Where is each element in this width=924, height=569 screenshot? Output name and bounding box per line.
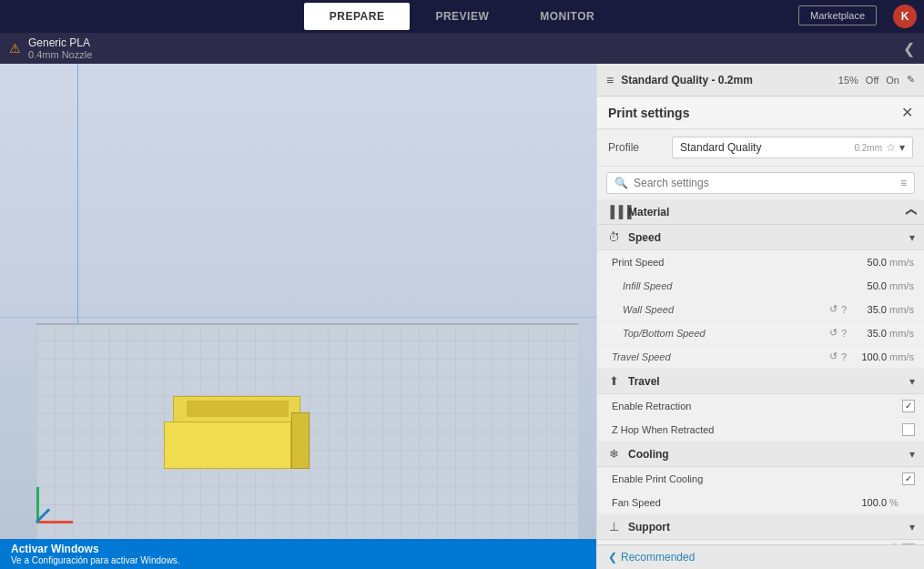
setting-enable-cooling: Enable Print Cooling [597,467,924,491]
setting-wall-speed: Wall Speed ↺ ? 35.0 mm/s [597,298,924,321]
activate-windows-title: Activar Windows [11,543,585,555]
section-cooling[interactable]: ❄ Cooling ▾ [597,442,924,467]
profile-select-value: Standard Quality [680,141,850,154]
section-material[interactable]: ▐▐▐ Material ❯ [597,199,924,225]
top-bar-tabs: PREPARE PREVIEW MONITOR [304,3,620,30]
setting-travel-speed: Travel Speed ↺ ? 100.0 mm/s [597,345,924,369]
print-speed-value[interactable]: 50.0 [850,257,887,268]
travel-chevron: ▾ [909,375,915,388]
header-strip: ⚠ Generic PLA 0.4mm Nozzle ❮ [0,33,924,64]
infill-speed-value[interactable]: 50.0 [850,280,887,291]
material-chevron: ❯ [904,208,917,217]
setting-print-speed: Print Speed 50.0 mm/s [597,250,924,274]
support-title: Support [628,521,670,533]
fan-speed-label: Fan Speed [612,497,850,508]
quality-icon: ≡ [606,73,614,87]
tab-monitor[interactable]: MONITOR [514,3,620,30]
topbottom-speed-help[interactable]: ? [841,328,847,339]
section-cooling-left: ❄ Cooling [606,447,669,461]
profile-star-icon[interactable]: ☆ [886,141,896,154]
infill-value: 15% [838,75,858,86]
settings-menu-icon[interactable]: ≡ [900,177,907,189]
zhop-checkbox[interactable] [902,423,915,436]
nozzle-size: 0.4mm Nozzle [28,49,92,60]
section-support[interactable]: ⊥ Support ▾ [597,514,924,540]
topbottom-speed-value[interactable]: 35.0 [850,328,887,339]
enable-retraction-checkbox[interactable] [902,400,915,412]
axes-indicator [36,478,82,523]
section-speed[interactable]: ⏱ Speed ▾ [597,225,924,250]
support-icon: ⊥ [606,520,621,533]
search-icon: 🔍 [614,177,628,189]
axis-x [36,521,73,523]
fan-speed-value[interactable]: 100.0 [850,497,887,508]
section-support-left: ⊥ Support [606,520,670,533]
recommended-button[interactable]: ❮ Recommended [608,551,695,564]
wall-speed-help[interactable]: ? [841,304,847,315]
tab-prepare[interactable]: PREPARE [304,3,411,30]
viewport: Activar Windows Ve a Configuración para … [0,64,596,569]
setting-infill-speed: Infill Speed 50.0 mm/s [597,274,924,298]
cooling-icon: ❄ [606,447,621,461]
search-bar: 🔍 ≡ [606,172,915,194]
profile-chevron-icon[interactable]: ▾ [899,141,905,154]
setting-zhop: Z Hop When Retracted [597,418,924,442]
recommended-label: Recommended [621,551,695,564]
profile-select-sub: 0.2mm [854,143,882,153]
profile-label: Profile [608,141,663,154]
cooling-title: Cooling [628,448,669,461]
activate-windows-overlay: Activar Windows Ve a Configuración para … [0,539,596,569]
marketplace-button[interactable]: Marketplace [798,5,877,25]
travel-speed-unit: mm/s [889,351,915,362]
topbottom-speed-unit: mm/s [889,328,915,339]
speed-icon: ⏱ [606,230,621,244]
tab-preview[interactable]: PREVIEW [410,3,514,30]
enable-cooling-checkbox[interactable] [902,472,915,485]
section-travel-left: ⬆ Travel [606,374,660,388]
infill-speed-label: Infill Speed [623,280,850,291]
object-side-face [291,412,310,469]
travel-speed-label: Travel Speed [612,351,829,362]
close-button[interactable]: ✕ [901,104,913,121]
enable-cooling-label: Enable Print Cooling [612,473,902,484]
support-chevron: ▾ [909,521,915,533]
search-input[interactable] [634,177,895,189]
3d-object [164,396,310,469]
main-layout: Activar Windows Ve a Configuración para … [0,64,924,569]
wall-speed-label: Wall Speed [623,304,829,315]
adhesion-value: On [886,75,899,86]
edit-icon[interactable]: ✎ [907,74,915,86]
travel-speed-value[interactable]: 100.0 [850,351,887,362]
section-travel[interactable]: ⬆ Travel ▾ [597,369,924,394]
travel-title: Travel [628,375,660,388]
topbottom-speed-reset[interactable]: ↺ [829,327,838,339]
object-top-face [173,396,300,423]
print-settings-title: Print settings [608,106,689,120]
wall-speed-value[interactable]: 35.0 [850,304,887,315]
object-front-face [164,422,291,469]
zhop-label: Z Hop When Retracted [612,424,902,435]
topbottom-speed-label: Top/Bottom Speed [623,328,829,339]
recommended-chevron: ❮ [608,551,617,564]
settings-list: ▐▐▐ Material ❯ ⏱ Speed ▾ Print Speed 50.… [597,199,924,544]
quality-name: Standard Quality - 0.2mm [621,74,831,86]
print-settings-header: Print settings ✕ [597,97,924,129]
speed-title: Speed [628,231,661,244]
topbottom-speed-actions: ↺ ? [829,327,847,339]
setting-topbottom-speed: Top/Bottom Speed ↺ ? 35.0 mm/s [597,321,924,345]
travel-icon: ⬆ [606,374,621,388]
setting-fan-speed: Fan Speed 100.0 % [597,491,924,514]
enable-retraction-label: Enable Retraction [612,401,902,412]
wall-speed-reset[interactable]: ↺ [829,303,838,315]
activate-windows-message: Ve a Configuración para activar Windows. [11,555,585,565]
print-speed-label: Print Speed [612,257,850,268]
travel-speed-reset[interactable]: ↺ [829,351,838,362]
material-info: Generic PLA 0.4mm Nozzle [28,36,92,60]
user-avatar[interactable]: K [893,5,917,28]
warning-icon: ⚠ [9,41,21,56]
collapse-button[interactable]: ❮ [903,40,915,57]
material-name: Generic PLA [28,36,92,49]
profile-select[interactable]: Standard Quality 0.2mm ☆ ▾ [672,137,913,158]
infill-speed-unit: mm/s [889,280,915,291]
travel-speed-help[interactable]: ? [841,351,847,362]
